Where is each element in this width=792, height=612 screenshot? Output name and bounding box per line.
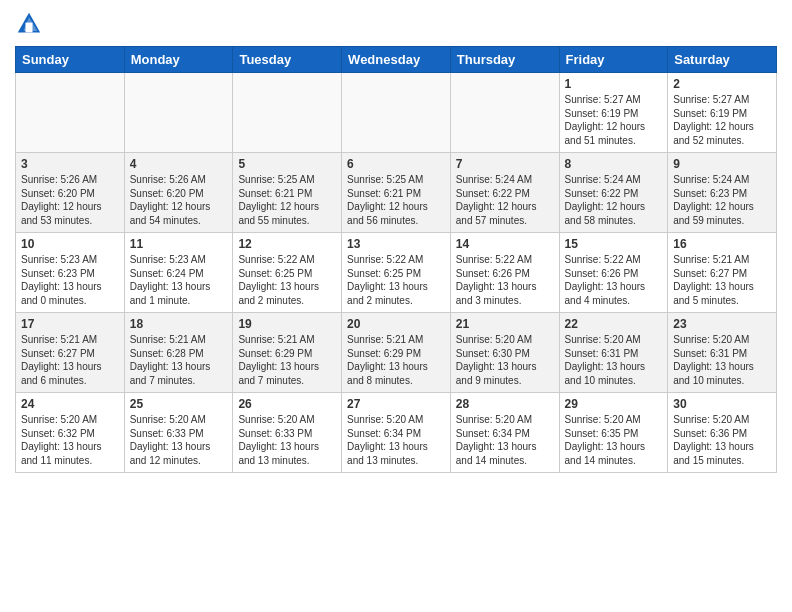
day-header-sunday: Sunday — [16, 47, 125, 73]
day-cell: 6Sunrise: 5:25 AM Sunset: 6:21 PM Daylig… — [342, 153, 451, 233]
day-cell: 30Sunrise: 5:20 AM Sunset: 6:36 PM Dayli… — [668, 393, 777, 473]
day-number: 14 — [456, 237, 554, 251]
day-cell: 28Sunrise: 5:20 AM Sunset: 6:34 PM Dayli… — [450, 393, 559, 473]
day-cell — [342, 73, 451, 153]
day-number: 8 — [565, 157, 663, 171]
day-number: 19 — [238, 317, 336, 331]
day-number: 26 — [238, 397, 336, 411]
day-info: Sunrise: 5:23 AM Sunset: 6:24 PM Dayligh… — [130, 253, 228, 307]
day-info: Sunrise: 5:20 AM Sunset: 6:33 PM Dayligh… — [130, 413, 228, 467]
day-cell: 13Sunrise: 5:22 AM Sunset: 6:25 PM Dayli… — [342, 233, 451, 313]
day-number: 21 — [456, 317, 554, 331]
day-info: Sunrise: 5:21 AM Sunset: 6:27 PM Dayligh… — [673, 253, 771, 307]
day-cell: 18Sunrise: 5:21 AM Sunset: 6:28 PM Dayli… — [124, 313, 233, 393]
day-header-friday: Friday — [559, 47, 668, 73]
day-header-monday: Monday — [124, 47, 233, 73]
day-number: 20 — [347, 317, 445, 331]
day-number: 1 — [565, 77, 663, 91]
day-cell: 22Sunrise: 5:20 AM Sunset: 6:31 PM Dayli… — [559, 313, 668, 393]
day-info: Sunrise: 5:25 AM Sunset: 6:21 PM Dayligh… — [238, 173, 336, 227]
day-number: 17 — [21, 317, 119, 331]
week-row-1: 1Sunrise: 5:27 AM Sunset: 6:19 PM Daylig… — [16, 73, 777, 153]
day-cell: 3Sunrise: 5:26 AM Sunset: 6:20 PM Daylig… — [16, 153, 125, 233]
day-number: 25 — [130, 397, 228, 411]
day-cell: 23Sunrise: 5:20 AM Sunset: 6:31 PM Dayli… — [668, 313, 777, 393]
week-row-2: 3Sunrise: 5:26 AM Sunset: 6:20 PM Daylig… — [16, 153, 777, 233]
day-header-tuesday: Tuesday — [233, 47, 342, 73]
day-info: Sunrise: 5:24 AM Sunset: 6:23 PM Dayligh… — [673, 173, 771, 227]
day-cell: 2Sunrise: 5:27 AM Sunset: 6:19 PM Daylig… — [668, 73, 777, 153]
calendar-header-row: SundayMondayTuesdayWednesdayThursdayFrid… — [16, 47, 777, 73]
day-number: 10 — [21, 237, 119, 251]
day-cell — [450, 73, 559, 153]
day-cell: 16Sunrise: 5:21 AM Sunset: 6:27 PM Dayli… — [668, 233, 777, 313]
day-cell: 7Sunrise: 5:24 AM Sunset: 6:22 PM Daylig… — [450, 153, 559, 233]
day-number: 5 — [238, 157, 336, 171]
day-info: Sunrise: 5:20 AM Sunset: 6:31 PM Dayligh… — [565, 333, 663, 387]
day-number: 6 — [347, 157, 445, 171]
day-cell: 24Sunrise: 5:20 AM Sunset: 6:32 PM Dayli… — [16, 393, 125, 473]
day-cell: 11Sunrise: 5:23 AM Sunset: 6:24 PM Dayli… — [124, 233, 233, 313]
day-info: Sunrise: 5:24 AM Sunset: 6:22 PM Dayligh… — [565, 173, 663, 227]
day-cell: 21Sunrise: 5:20 AM Sunset: 6:30 PM Dayli… — [450, 313, 559, 393]
day-cell: 27Sunrise: 5:20 AM Sunset: 6:34 PM Dayli… — [342, 393, 451, 473]
day-number: 15 — [565, 237, 663, 251]
day-info: Sunrise: 5:24 AM Sunset: 6:22 PM Dayligh… — [456, 173, 554, 227]
day-number: 28 — [456, 397, 554, 411]
day-number: 3 — [21, 157, 119, 171]
logo-icon — [15, 10, 43, 38]
day-number: 29 — [565, 397, 663, 411]
day-cell: 8Sunrise: 5:24 AM Sunset: 6:22 PM Daylig… — [559, 153, 668, 233]
day-number: 12 — [238, 237, 336, 251]
day-info: Sunrise: 5:21 AM Sunset: 6:27 PM Dayligh… — [21, 333, 119, 387]
day-info: Sunrise: 5:20 AM Sunset: 6:34 PM Dayligh… — [456, 413, 554, 467]
day-info: Sunrise: 5:20 AM Sunset: 6:33 PM Dayligh… — [238, 413, 336, 467]
day-cell — [16, 73, 125, 153]
day-info: Sunrise: 5:20 AM Sunset: 6:35 PM Dayligh… — [565, 413, 663, 467]
day-info: Sunrise: 5:20 AM Sunset: 6:36 PM Dayligh… — [673, 413, 771, 467]
day-info: Sunrise: 5:20 AM Sunset: 6:34 PM Dayligh… — [347, 413, 445, 467]
day-number: 24 — [21, 397, 119, 411]
day-info: Sunrise: 5:27 AM Sunset: 6:19 PM Dayligh… — [565, 93, 663, 147]
day-cell: 14Sunrise: 5:22 AM Sunset: 6:26 PM Dayli… — [450, 233, 559, 313]
day-cell: 15Sunrise: 5:22 AM Sunset: 6:26 PM Dayli… — [559, 233, 668, 313]
day-cell — [124, 73, 233, 153]
day-header-saturday: Saturday — [668, 47, 777, 73]
week-row-3: 10Sunrise: 5:23 AM Sunset: 6:23 PM Dayli… — [16, 233, 777, 313]
day-info: Sunrise: 5:20 AM Sunset: 6:32 PM Dayligh… — [21, 413, 119, 467]
day-cell: 17Sunrise: 5:21 AM Sunset: 6:27 PM Dayli… — [16, 313, 125, 393]
day-number: 9 — [673, 157, 771, 171]
day-info: Sunrise: 5:20 AM Sunset: 6:31 PM Dayligh… — [673, 333, 771, 387]
week-row-4: 17Sunrise: 5:21 AM Sunset: 6:27 PM Dayli… — [16, 313, 777, 393]
day-info: Sunrise: 5:22 AM Sunset: 6:26 PM Dayligh… — [456, 253, 554, 307]
day-number: 18 — [130, 317, 228, 331]
day-number: 30 — [673, 397, 771, 411]
day-cell — [233, 73, 342, 153]
day-info: Sunrise: 5:22 AM Sunset: 6:25 PM Dayligh… — [347, 253, 445, 307]
day-cell: 5Sunrise: 5:25 AM Sunset: 6:21 PM Daylig… — [233, 153, 342, 233]
day-info: Sunrise: 5:23 AM Sunset: 6:23 PM Dayligh… — [21, 253, 119, 307]
day-cell: 20Sunrise: 5:21 AM Sunset: 6:29 PM Dayli… — [342, 313, 451, 393]
day-header-wednesday: Wednesday — [342, 47, 451, 73]
day-info: Sunrise: 5:26 AM Sunset: 6:20 PM Dayligh… — [130, 173, 228, 227]
day-cell: 4Sunrise: 5:26 AM Sunset: 6:20 PM Daylig… — [124, 153, 233, 233]
page: SundayMondayTuesdayWednesdayThursdayFrid… — [0, 0, 792, 488]
day-number: 4 — [130, 157, 228, 171]
day-number: 2 — [673, 77, 771, 91]
day-number: 11 — [130, 237, 228, 251]
day-info: Sunrise: 5:22 AM Sunset: 6:26 PM Dayligh… — [565, 253, 663, 307]
day-cell: 25Sunrise: 5:20 AM Sunset: 6:33 PM Dayli… — [124, 393, 233, 473]
day-info: Sunrise: 5:25 AM Sunset: 6:21 PM Dayligh… — [347, 173, 445, 227]
day-info: Sunrise: 5:21 AM Sunset: 6:29 PM Dayligh… — [347, 333, 445, 387]
day-cell: 10Sunrise: 5:23 AM Sunset: 6:23 PM Dayli… — [16, 233, 125, 313]
day-info: Sunrise: 5:22 AM Sunset: 6:25 PM Dayligh… — [238, 253, 336, 307]
day-info: Sunrise: 5:20 AM Sunset: 6:30 PM Dayligh… — [456, 333, 554, 387]
day-cell: 19Sunrise: 5:21 AM Sunset: 6:29 PM Dayli… — [233, 313, 342, 393]
day-number: 23 — [673, 317, 771, 331]
day-info: Sunrise: 5:26 AM Sunset: 6:20 PM Dayligh… — [21, 173, 119, 227]
day-number: 13 — [347, 237, 445, 251]
day-number: 7 — [456, 157, 554, 171]
svg-rect-2 — [26, 23, 33, 33]
day-cell: 9Sunrise: 5:24 AM Sunset: 6:23 PM Daylig… — [668, 153, 777, 233]
header — [15, 10, 777, 38]
